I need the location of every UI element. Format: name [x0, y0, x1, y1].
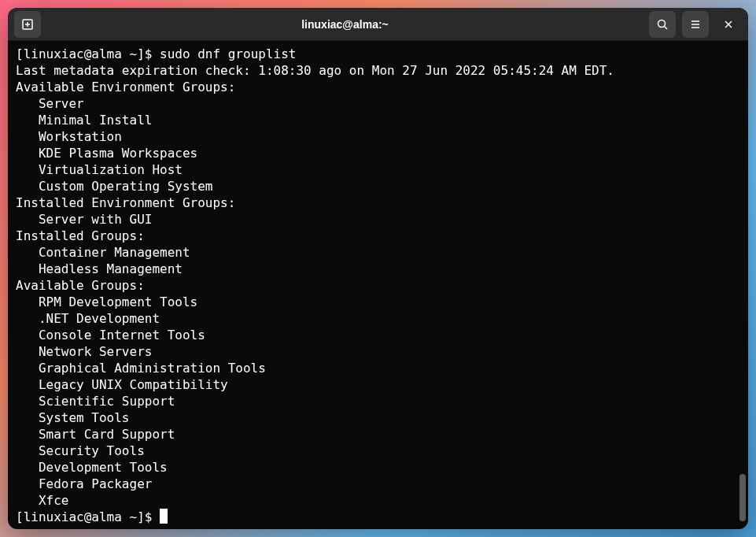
prompt: [linuxiac@alma ~]$: [16, 46, 160, 61]
terminal-content[interactable]: [linuxiac@alma ~]$ sudo dnf grouplistLas…: [8, 41, 748, 529]
list-item: Xfce: [16, 492, 740, 509]
list-item: RPM Development Tools: [16, 294, 740, 310]
svg-line-4: [665, 26, 668, 29]
new-tab-button[interactable]: [14, 11, 41, 38]
list-item: Security Tools: [16, 443, 740, 459]
cursor: [160, 509, 168, 524]
heading-inst-groups: Installed Groups:: [16, 228, 740, 244]
list-item: Headless Management: [16, 261, 740, 277]
prompt-line-2: [linuxiac@alma ~]$: [16, 509, 740, 525]
list-item: Container Management: [16, 244, 740, 261]
search-button[interactable]: [649, 11, 676, 38]
output-metadata: Last metadata expiration check: 1:08:30 …: [16, 62, 740, 79]
terminal-window: linuxiac@alma:~: [8, 8, 748, 529]
list-item: Custom Operating System: [16, 178, 740, 194]
inst-groups-list: Container Management Headless Management: [16, 244, 740, 277]
list-item: KDE Plasma Workspaces: [16, 145, 740, 161]
avail-groups-list: RPM Development Tools .NET Development C…: [16, 294, 740, 509]
svg-point-3: [658, 20, 666, 27]
prompt-line: [linuxiac@alma ~]$ sudo dnf grouplist: [16, 46, 740, 62]
list-item: Workstation: [16, 128, 740, 145]
list-item: Fedora Packager: [16, 476, 740, 492]
hamburger-icon: [689, 18, 702, 31]
inst-env-list: Server with GUI: [16, 211, 740, 228]
list-item: Network Servers: [16, 343, 740, 360]
list-item: Smart Card Support: [16, 426, 740, 443]
list-item: Server: [16, 95, 740, 112]
list-item: Scientific Support: [16, 393, 740, 409]
close-button[interactable]: [715, 11, 742, 38]
new-tab-icon: [21, 18, 34, 31]
menu-button[interactable]: [682, 11, 709, 38]
close-icon: [722, 18, 735, 31]
list-item: Development Tools: [16, 459, 740, 476]
prompt: [linuxiac@alma ~]$: [16, 509, 160, 524]
window-title: linuxiac@alma:~: [41, 18, 649, 31]
search-icon: [656, 18, 669, 31]
scrollbar-thumb[interactable]: [739, 474, 746, 521]
title-bar: linuxiac@alma:~: [8, 8, 748, 41]
list-item: Server with GUI: [16, 211, 740, 228]
heading-avail-groups: Available Groups:: [16, 277, 740, 294]
list-item: Console Internet Tools: [16, 327, 740, 343]
heading-inst-env: Installed Environment Groups:: [16, 194, 740, 211]
list-item: System Tools: [16, 409, 740, 426]
list-item: Minimal Install: [16, 112, 740, 128]
list-item: .NET Development: [16, 310, 740, 327]
scrollbar[interactable]: [739, 47, 746, 521]
avail-env-list: Server Minimal Install Workstation KDE P…: [16, 95, 740, 194]
list-item: Virtualization Host: [16, 161, 740, 178]
command-text: sudo dnf grouplist: [160, 46, 296, 61]
list-item: Legacy UNIX Compatibility: [16, 376, 740, 393]
heading-avail-env: Available Environment Groups:: [16, 79, 740, 95]
list-item: Graphical Administration Tools: [16, 360, 740, 376]
